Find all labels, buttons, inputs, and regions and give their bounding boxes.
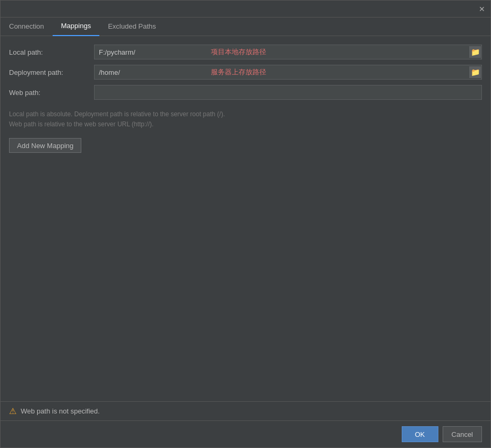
deployment-path-label: Deployment path: [9,68,94,76]
deployment-path-input-wrapper: 服务器上存放路径 📁 [94,65,482,80]
tab-bar: Connection Mappings Excluded Paths [1,18,490,36]
folder-icon: 📁 [471,48,480,56]
ok-button[interactable]: OK [402,426,438,442]
status-message: Web path is not specified. [21,407,100,415]
close-button[interactable]: ✕ [478,5,486,13]
cancel-button[interactable]: Cancel [443,426,482,442]
web-path-label: Web path: [9,89,94,97]
deployment-path-browse-button[interactable]: 📁 [469,66,481,78]
tab-excluded-paths[interactable]: Excluded Paths [99,18,164,36]
warning-icon: ⚠ [9,406,16,416]
tab-mappings[interactable]: Mappings [53,18,99,36]
local-path-label: Local path: [9,48,94,56]
local-path-input-wrapper: 项目本地存放路径 📁 [94,45,482,59]
hint-text: Local path is absolute. Deployment path … [9,109,482,130]
deployment-path-row: Deployment path: 服务器上存放路径 📁 [9,65,482,80]
dialog: ✕ Connection Mappings Excluded Paths Loc… [0,0,491,448]
content-area: Local path: 项目本地存放路径 📁 Deployment path: … [1,36,490,401]
web-path-row: Web path: [9,85,482,100]
add-new-mapping-button[interactable]: Add New Mapping [9,138,81,153]
status-bar: ⚠ Web path is not specified. [1,401,490,420]
add-mapping-wrapper: Add New Mapping [9,138,482,153]
local-path-browse-button[interactable]: 📁 [469,46,481,58]
title-bar: ✕ [1,1,490,18]
local-path-input[interactable] [94,45,482,59]
spacer [9,153,482,393]
web-path-input-wrapper [94,85,482,100]
deployment-path-input[interactable] [94,65,482,80]
local-path-row: Local path: 项目本地存放路径 📁 [9,45,482,59]
web-path-input[interactable] [94,85,482,100]
tab-connection[interactable]: Connection [1,18,53,36]
folder-icon: 📁 [471,68,480,76]
footer: OK Cancel [1,420,490,447]
